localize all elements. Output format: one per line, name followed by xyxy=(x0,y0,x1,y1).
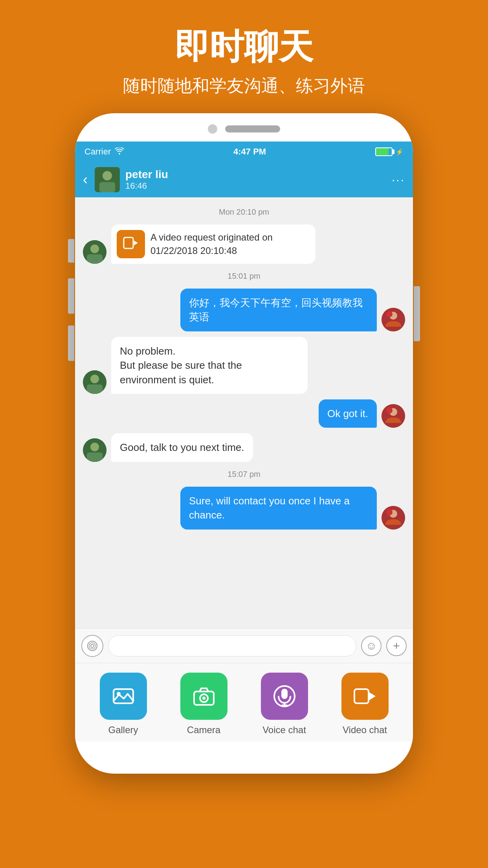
svg-point-4 xyxy=(90,245,99,253)
page-subtitle: 随时随地和学友沟通、练习外语 xyxy=(0,74,488,97)
contact-avatar xyxy=(95,167,120,192)
video-chat-label: Video chat xyxy=(343,725,387,736)
gallery-icon-box xyxy=(100,673,147,720)
video-request-bubble: A video request originated on 01/22/2018… xyxy=(111,224,316,264)
emoji-button[interactable]: ☺ xyxy=(361,636,382,656)
volume-up-button xyxy=(68,239,74,263)
contact-name: peter liu xyxy=(125,168,392,181)
contact-last-time: 16:46 xyxy=(125,181,147,191)
voice-input-button[interactable] xyxy=(81,635,103,657)
chat-area: Mon 20:10 pm xyxy=(75,197,413,628)
media-toolbar: Gallery Camera xyxy=(75,663,413,742)
nav-bar: ‹ peter liu 16:46 ··· xyxy=(75,162,413,197)
wifi-icon xyxy=(115,147,124,156)
voice-chat-label: Voice chat xyxy=(262,725,306,736)
phone-top-sensors xyxy=(75,113,413,142)
svg-point-18 xyxy=(90,443,99,451)
svg-rect-5 xyxy=(87,254,103,264)
status-bar: Carrier 4:47 PM xyxy=(75,142,413,162)
gallery-label: Gallery xyxy=(108,725,138,736)
video-play-icon xyxy=(123,235,139,254)
svg-rect-35 xyxy=(354,689,369,703)
avatar xyxy=(382,506,405,530)
contact-info: peter liu 16:46 xyxy=(125,168,392,191)
timestamp-3: 15:07 pm xyxy=(83,470,405,479)
message-row: No problem. But please be sure that the … xyxy=(83,337,405,394)
voice-chat-icon-box xyxy=(261,673,308,720)
front-camera xyxy=(208,124,217,134)
input-area: ☺ + xyxy=(75,628,413,663)
message-bubble: 你好，我今天下午有空，回头视频教我英语 xyxy=(180,289,377,331)
svg-point-30 xyxy=(202,697,205,700)
avatar xyxy=(382,404,405,428)
speaker-grille xyxy=(225,125,280,132)
message-row: 你好，我今天下午有空，回头视频教我英语 xyxy=(83,289,405,331)
svg-rect-2 xyxy=(99,182,115,192)
video-request-icon-box xyxy=(117,230,145,258)
svg-point-24 xyxy=(91,644,94,647)
svg-rect-13 xyxy=(87,384,103,394)
status-time: 4:47 PM xyxy=(233,147,266,157)
more-options-button[interactable]: ··· xyxy=(392,173,405,186)
avatar xyxy=(83,240,106,264)
camera-tool[interactable]: Camera xyxy=(180,673,227,736)
message-input[interactable] xyxy=(108,635,356,657)
carrier-label: Carrier xyxy=(84,147,111,157)
phone-shell: Carrier 4:47 PM xyxy=(75,113,413,774)
message-row: A video request originated on 01/22/2018… xyxy=(83,224,405,264)
svg-point-12 xyxy=(90,375,99,383)
svg-point-22 xyxy=(386,509,393,515)
message-bubble: Good, talk to you next time. xyxy=(111,433,253,462)
svg-point-16 xyxy=(386,407,393,414)
camera-label: Camera xyxy=(187,725,220,736)
video-request-text: A video request originated on 01/22/2018… xyxy=(150,231,310,257)
svg-rect-32 xyxy=(281,689,288,699)
svg-rect-19 xyxy=(87,452,103,462)
plus-icon: + xyxy=(393,639,400,653)
svg-marker-7 xyxy=(134,241,138,245)
svg-point-25 xyxy=(89,643,95,649)
mute-button xyxy=(68,326,74,361)
back-button[interactable]: ‹ xyxy=(83,171,88,188)
power-button xyxy=(414,286,420,341)
message-bubble: Ok got it. xyxy=(319,399,377,428)
avatar xyxy=(83,438,106,462)
page-header: 即时聊天 随时随地和学友沟通、练习外语 xyxy=(0,0,488,113)
svg-rect-6 xyxy=(124,237,133,248)
voice-chat-tool[interactable]: Voice chat xyxy=(261,673,308,736)
message-row: Good, talk to you next time. xyxy=(83,433,405,462)
add-button[interactable]: + xyxy=(386,636,407,656)
message-row: Ok got it. xyxy=(83,399,405,428)
timestamp-1: Mon 20:10 pm xyxy=(83,208,405,217)
svg-marker-36 xyxy=(369,692,376,700)
message-row: Sure, will contact you once I have a cha… xyxy=(83,487,405,530)
avatar xyxy=(382,308,405,331)
charging-icon: ⚡ xyxy=(396,148,404,156)
emoji-icon: ☺ xyxy=(366,640,377,652)
svg-point-1 xyxy=(103,171,112,180)
message-bubble: Sure, will contact you once I have a cha… xyxy=(180,487,377,530)
avatar xyxy=(83,370,106,394)
svg-point-10 xyxy=(386,311,393,317)
timestamp-2: 15:01 pm xyxy=(83,272,405,281)
message-bubble: No problem. But please be sure that the … xyxy=(111,337,308,394)
gallery-tool[interactable]: Gallery xyxy=(100,673,147,736)
page-title: 即时聊天 xyxy=(0,24,488,70)
video-chat-tool[interactable]: Video chat xyxy=(341,673,389,736)
battery-indicator xyxy=(375,147,393,156)
volume-down-button xyxy=(68,278,74,314)
camera-icon-box xyxy=(180,673,227,720)
video-chat-icon-box xyxy=(341,673,389,720)
